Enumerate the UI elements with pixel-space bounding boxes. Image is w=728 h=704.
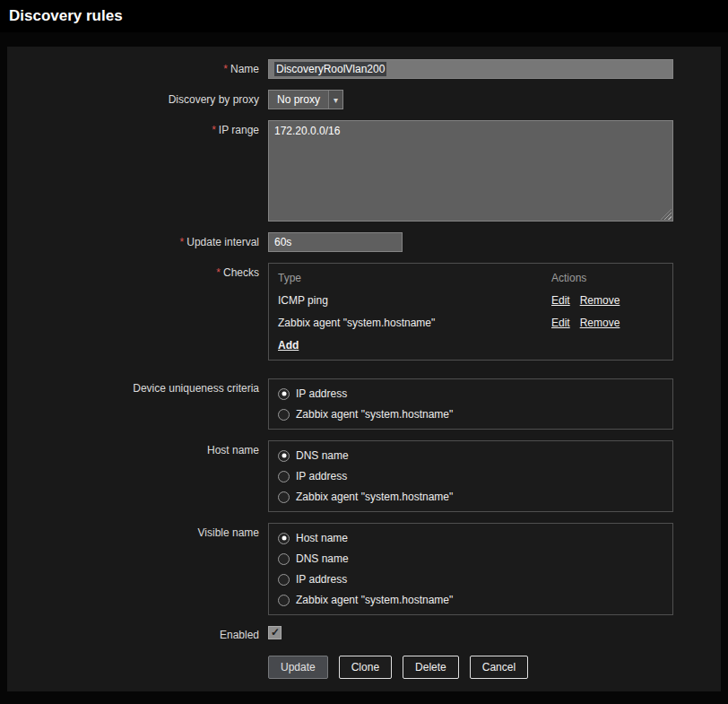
radio-option-host-name[interactable]: Host name xyxy=(278,532,663,544)
form-buttons: Update Clone Delete Cancel xyxy=(268,656,721,679)
check-row-type: ICMP ping xyxy=(278,294,551,307)
proxy-label: Discovery by proxy xyxy=(7,93,268,106)
cancel-button[interactable]: Cancel xyxy=(470,656,528,679)
host-name-group: DNS name IP address Zabbix agent "system… xyxy=(268,440,673,512)
device-uniqueness-label: Device uniqueness criteria xyxy=(7,378,268,395)
radio-option-zabbix-agent[interactable]: Zabbix agent "system.hostname" xyxy=(278,594,663,606)
remove-check-link[interactable]: Remove xyxy=(580,294,620,307)
form-row-checks: *Checks Type Actions ICMP ping EditRemov… xyxy=(7,263,721,361)
update-interval-input[interactable] xyxy=(268,232,403,252)
radio-button[interactable] xyxy=(278,574,290,586)
proxy-select-value: No proxy xyxy=(269,93,328,106)
form-row-update-interval: *Update interval xyxy=(7,232,721,252)
form-row-name: *Name DiscoveryRoolVlan200 xyxy=(7,59,721,79)
form-row-enabled: Enabled xyxy=(7,626,721,643)
checks-table: Type Actions ICMP ping EditRemove Zabbix… xyxy=(268,263,673,361)
required-asterisk: * xyxy=(212,124,216,136)
chevron-down-icon: ▾ xyxy=(328,91,342,109)
ip-range-textarea[interactable]: 172.20.0.0/16 xyxy=(268,120,673,222)
radio-button[interactable] xyxy=(278,450,290,462)
radio-option-ip-address[interactable]: IP address xyxy=(278,573,663,586)
enabled-label: Enabled xyxy=(7,629,268,641)
page-title: Discovery rules xyxy=(9,7,123,25)
enabled-checkbox[interactable] xyxy=(268,626,282,639)
radio-option-dns-name[interactable]: DNS name xyxy=(278,552,663,565)
radio-option-ip-address[interactable]: IP address xyxy=(278,470,663,482)
form-row-host-name: Host name DNS name IP address Zabbix age… xyxy=(7,440,721,512)
visible-name-group: Host name DNS name IP address Zabbix age… xyxy=(268,523,673,615)
host-name-label: Host name xyxy=(7,440,268,456)
ip-range-label: *IP range xyxy=(7,120,268,136)
form-row-visible-name: Visible name Host name DNS name IP addre… xyxy=(7,523,721,615)
checks-column-type: Type xyxy=(278,272,551,284)
ip-range-field: 172.20.0.0/16 xyxy=(268,120,673,222)
update-button[interactable]: Update xyxy=(268,656,328,679)
delete-button[interactable]: Delete xyxy=(403,656,459,679)
required-asterisk: * xyxy=(223,63,228,75)
add-check-link[interactable]: Add xyxy=(278,339,299,352)
radio-option-ip-address[interactable]: IP address xyxy=(278,387,663,400)
checks-label: *Checks xyxy=(7,263,268,279)
check-row-type: Zabbix agent "system.hostname" xyxy=(278,317,551,329)
radio-button[interactable] xyxy=(278,388,290,400)
radio-button[interactable] xyxy=(278,491,290,503)
radio-option-zabbix-agent[interactable]: Zabbix agent "system.hostname" xyxy=(278,408,663,421)
radio-button[interactable] xyxy=(278,409,290,421)
add-check-row: Add xyxy=(278,339,551,352)
page-header: Discovery rules xyxy=(0,0,728,32)
discovery-rule-form: *Name DiscoveryRoolVlan200 Discovery by … xyxy=(7,47,721,691)
radio-button[interactable] xyxy=(278,553,290,565)
update-interval-label: *Update interval xyxy=(7,236,268,248)
check-row-actions: EditRemove xyxy=(551,294,663,307)
name-label: *Name xyxy=(7,63,268,75)
radio-option-zabbix-agent[interactable]: Zabbix agent "system.hostname" xyxy=(278,491,663,503)
edit-check-link[interactable]: Edit xyxy=(551,317,570,329)
edit-check-link[interactable]: Edit xyxy=(551,294,570,307)
radio-button[interactable] xyxy=(278,471,290,482)
form-row-device-uniqueness: Device uniqueness criteria IP address Za… xyxy=(7,378,721,430)
remove-check-link[interactable]: Remove xyxy=(580,317,620,329)
clone-button[interactable]: Clone xyxy=(339,656,392,679)
checks-column-actions: Actions xyxy=(551,272,663,284)
form-row-proxy: Discovery by proxy No proxy ▾ xyxy=(7,90,721,109)
visible-name-label: Visible name xyxy=(7,523,268,539)
required-asterisk: * xyxy=(180,236,185,248)
name-input[interactable]: DiscoveryRoolVlan200 xyxy=(268,59,673,79)
form-row-ip-range: *IP range 172.20.0.0/16 xyxy=(7,120,721,222)
device-uniqueness-group: IP address Zabbix agent "system.hostname… xyxy=(268,378,673,430)
required-asterisk: * xyxy=(216,266,221,279)
radio-button[interactable] xyxy=(278,533,290,544)
name-input-value: DiscoveryRoolVlan200 xyxy=(274,62,386,76)
check-row-actions: EditRemove xyxy=(551,317,663,329)
radio-option-dns-name[interactable]: DNS name xyxy=(278,449,663,462)
proxy-select[interactable]: No proxy ▾ xyxy=(268,90,343,109)
radio-button[interactable] xyxy=(278,595,290,606)
